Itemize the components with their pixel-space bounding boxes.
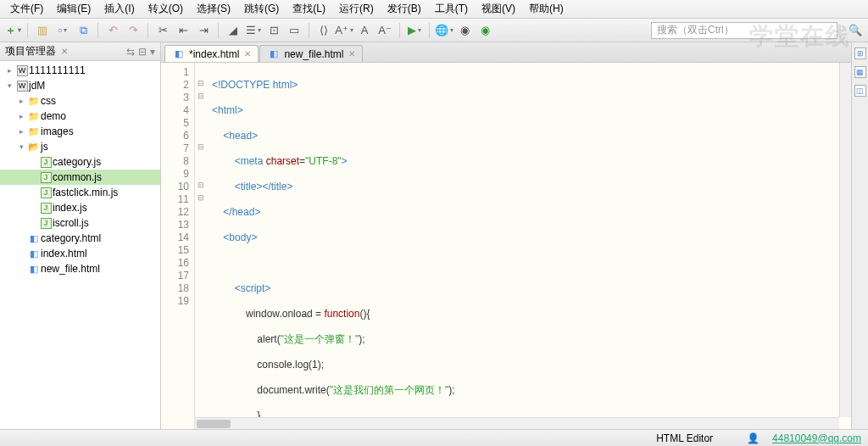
tree-folder[interactable]: ▸images	[0, 124, 160, 139]
menu-edit[interactable]: 编辑(E)	[52, 0, 96, 18]
code-content[interactable]: <!DOCTYPE html> <html> <head> <meta char…	[207, 63, 851, 429]
tree-file-js[interactable]: fastclick.min.js	[0, 185, 160, 200]
tag-button[interactable]: A⁺	[337, 23, 352, 38]
save-button[interactable]: ▫	[55, 23, 70, 38]
panel-header: 项目管理器 ✕ ⇆ ⊟ ▾	[0, 42, 160, 61]
menu-escape[interactable]: 转义(O)	[143, 0, 188, 18]
user-icon: 👤	[747, 432, 760, 444]
separator	[97, 23, 98, 38]
new-button[interactable]: ＋	[5, 23, 20, 38]
menu-run[interactable]: 运行(R)	[334, 0, 379, 18]
menu-select[interactable]: 选择(S)	[192, 0, 236, 18]
separator	[27, 23, 28, 38]
cut-button[interactable]: ✂	[155, 23, 170, 38]
menu-publish[interactable]: 发行(B)	[382, 0, 426, 18]
editor-tabs: *index.html✕ new_file.html✕	[161, 42, 851, 63]
tree-file-js[interactable]: index.js	[0, 200, 160, 215]
search-icon[interactable]: 🔍	[848, 23, 863, 38]
tree-project[interactable]: ▸1111111111	[0, 63, 160, 78]
horizontal-scrollbar[interactable]	[195, 417, 839, 429]
toolbar: ＋ ▥ ▫ ⧉ ↶ ↷ ✂ ⇤ ⇥ ◢ ☰ ⊡ ▭ ⟨⟩ A⁺ A A⁻ ▶ 🌐…	[0, 19, 868, 42]
line-gutter: 12345678910111213141516171819	[161, 63, 195, 429]
search-input[interactable]: 搜索（双击Ctrl）	[651, 22, 837, 39]
open-folder-button[interactable]: ▥	[35, 23, 50, 38]
menu-help[interactable]: 帮助(H)	[524, 0, 569, 18]
wechat-icon[interactable]: ◉	[477, 23, 492, 38]
save-all-button[interactable]: ⧉	[75, 23, 91, 38]
indent-button[interactable]: ⇥	[196, 23, 211, 38]
menu-bar: 文件(F) 编辑(E) 插入(I) 转义(O) 选择(S) 跳转(G) 查找(L…	[0, 0, 868, 19]
separator	[309, 23, 309, 38]
menu-find[interactable]: 查找(L)	[287, 0, 331, 18]
menu-view[interactable]: 视图(V)	[476, 0, 520, 18]
link-icon[interactable]: ⇆	[126, 46, 135, 58]
tree-folder[interactable]: ▸demo	[0, 109, 160, 124]
outdent-button[interactable]: ⇤	[175, 23, 191, 38]
tree-project[interactable]: ▾jdM	[0, 78, 160, 93]
format-button[interactable]: A	[357, 23, 372, 38]
collapse-icon[interactable]: ⊟	[138, 46, 147, 58]
run-button[interactable]: ▶	[407, 23, 422, 38]
grid-icon[interactable]: ▦	[854, 66, 866, 78]
close-panel-icon[interactable]: ✕	[61, 47, 68, 56]
tree-file-html[interactable]: category.html	[0, 231, 160, 246]
right-sidebar: ⊞ ▦ ◫	[851, 42, 868, 429]
editor-area: *index.html✕ new_file.html✕ 123456789101…	[161, 42, 851, 429]
menu-insert[interactable]: 插入(I)	[99, 0, 139, 18]
close-tab-icon[interactable]: ✕	[244, 49, 251, 59]
vertical-scrollbar[interactable]	[839, 63, 851, 417]
separator	[218, 23, 219, 38]
status-user-link[interactable]: 44810049@qq.com	[772, 432, 861, 444]
tab-index-html[interactable]: *index.html✕	[164, 45, 259, 62]
code-button[interactable]: ⟨⟩	[316, 23, 331, 38]
fold-gutter: ⊟⊟⊟⊟⊟	[195, 63, 207, 429]
tree-file-js-selected[interactable]: common.js	[0, 170, 160, 185]
code-editor[interactable]: 12345678910111213141516171819 ⊟⊟⊟⊟⊟ <!DO…	[161, 63, 851, 429]
tree-file-html[interactable]: new_file.html	[0, 261, 160, 276]
tab-new-file-html[interactable]: new_file.html✕	[259, 45, 363, 62]
component-icon[interactable]: ◫	[854, 85, 866, 97]
project-explorer: 项目管理器 ✕ ⇆ ⊟ ▾ ▸1111111111 ▾jdM ▸css ▸dem…	[0, 42, 161, 429]
menu-icon[interactable]: ▾	[150, 46, 155, 58]
marker-button[interactable]: ◢	[225, 23, 241, 38]
zoom-button[interactable]: A⁻	[377, 23, 392, 38]
tree-file-js[interactable]: iscroll.js	[0, 215, 160, 231]
tree-file-js[interactable]: category.js	[0, 154, 160, 170]
redo-button[interactable]: ↷	[125, 23, 141, 38]
inspect-button[interactable]: ⊡	[266, 23, 281, 38]
menu-file[interactable]: 文件(F)	[5, 0, 48, 18]
status-editor-type: HTML Editor	[656, 432, 713, 444]
menu-tools[interactable]: 工具(T)	[430, 0, 473, 18]
undo-button[interactable]: ↶	[105, 23, 120, 38]
separator	[429, 23, 430, 38]
tree-folder[interactable]: ▾js	[0, 139, 160, 154]
snippet-button[interactable]: ☰	[246, 23, 261, 38]
tree-file-html[interactable]: index.html	[0, 246, 160, 261]
separator	[399, 23, 400, 38]
menu-goto[interactable]: 跳转(G)	[239, 0, 284, 18]
panel-title: 项目管理器	[5, 44, 56, 59]
file-tree: ▸1111111111 ▾jdM ▸css ▸demo ▸images ▾js …	[0, 61, 160, 429]
browser-button[interactable]: 🌐	[437, 23, 452, 38]
outline-icon[interactable]: ⊞	[854, 47, 866, 59]
close-tab-icon[interactable]: ✕	[348, 49, 355, 59]
status-bar: HTML Editor 👤 44810049@qq.com	[0, 429, 868, 446]
separator	[147, 23, 148, 38]
tree-folder[interactable]: ▸css	[0, 93, 160, 109]
device-button[interactable]: ▭	[287, 23, 302, 38]
chrome-icon[interactable]: ◉	[457, 23, 472, 38]
